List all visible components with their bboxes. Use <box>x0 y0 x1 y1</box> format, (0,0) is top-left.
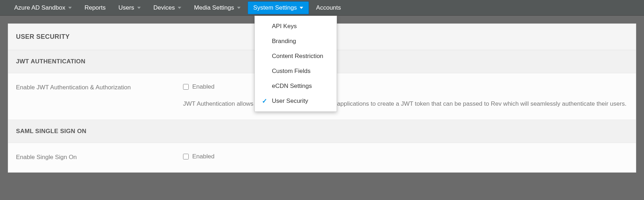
caret-down-icon <box>237 7 241 9</box>
nav-users[interactable]: Users <box>113 1 146 14</box>
dropdown-item-custom-fields[interactable]: Custom Fields <box>255 64 337 79</box>
dropdown-label: API Keys <box>272 23 297 30</box>
nav-azure-ad-sandbox[interactable]: Azure AD Sandbox <box>9 1 77 14</box>
dropdown-label: User Security <box>272 98 308 105</box>
dropdown-item-branding[interactable]: Branding <box>255 34 337 49</box>
nav-label: Devices <box>154 4 175 11</box>
jwt-row-label: Enable JWT Authentication & Authorizatio… <box>16 83 183 91</box>
dropdown-label: Branding <box>272 38 296 45</box>
dropdown-label: eCDN Settings <box>272 83 312 90</box>
dropdown-label: Custom Fields <box>272 68 311 75</box>
dropdown-item-content-restriction[interactable]: Content Restriction <box>255 49 337 64</box>
jwt-control-col: Enabled JWT Authentication allows 3rd pa… <box>183 83 628 108</box>
nav-label: Reports <box>85 4 106 11</box>
caret-down-icon <box>178 7 181 9</box>
saml-section-body: Enable Single Sign On Enabled <box>8 143 636 172</box>
top-nav: Azure AD Sandbox Reports Users Devices M… <box>0 0 644 16</box>
saml-enable-row: Enable Single Sign On Enabled <box>16 153 628 161</box>
nav-media-settings[interactable]: Media Settings <box>188 1 246 14</box>
nav-system-settings[interactable]: System Settings <box>248 1 309 14</box>
saml-heading: SAML SINGLE SIGN ON <box>8 120 636 143</box>
jwt-checkbox-line: Enabled <box>183 83 628 90</box>
check-icon: ✓ <box>262 97 267 105</box>
nav-reports[interactable]: Reports <box>79 1 112 14</box>
saml-row-label: Enable Single Sign On <box>16 153 183 161</box>
dropdown-label: Content Restriction <box>272 53 323 60</box>
saml-checkbox-line: Enabled <box>183 153 628 160</box>
dropdown-item-api-keys[interactable]: API Keys <box>255 19 337 34</box>
nav-label: Azure AD Sandbox <box>14 4 65 11</box>
dropdown-item-ecdn-settings[interactable]: eCDN Settings <box>255 79 337 94</box>
nav-label: Media Settings <box>194 4 234 11</box>
nav-label: System Settings <box>253 4 297 11</box>
caret-down-icon <box>137 7 141 9</box>
system-settings-dropdown: API Keys Branding Content Restriction Cu… <box>254 16 337 112</box>
nav-devices[interactable]: Devices <box>148 1 187 14</box>
saml-enabled-checkbox[interactable] <box>183 154 189 159</box>
nav-label: Accounts <box>316 4 341 11</box>
jwt-help-text: JWT Authentication allows 3rd party deve… <box>183 100 628 108</box>
caret-down-icon <box>68 7 72 9</box>
caret-down-icon <box>300 7 303 9</box>
saml-control-col: Enabled <box>183 153 628 160</box>
jwt-checkbox-label: Enabled <box>192 83 214 90</box>
dropdown-item-user-security[interactable]: ✓ User Security <box>255 94 337 109</box>
nav-label: Users <box>118 4 134 11</box>
nav-accounts[interactable]: Accounts <box>310 1 347 14</box>
jwt-enabled-checkbox[interactable] <box>183 84 189 90</box>
saml-checkbox-label: Enabled <box>192 153 214 160</box>
